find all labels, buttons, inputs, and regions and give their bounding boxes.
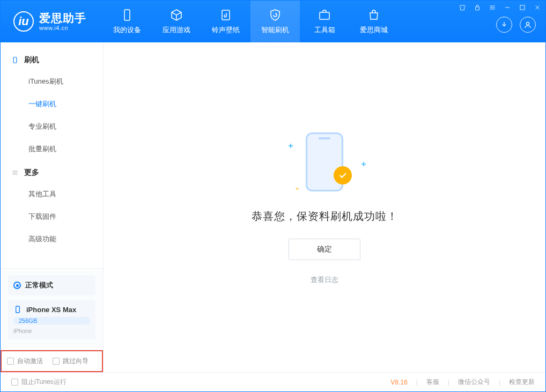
logo-icon: iu [13, 11, 34, 32]
app-title: 爱思助手 [39, 12, 86, 24]
briefcase-icon [318, 8, 331, 22]
confirm-button[interactable]: 确定 [289, 239, 360, 260]
device-storage: 256GB [13, 317, 90, 324]
sparkle-icon [296, 187, 299, 190]
logo: iu 爱思助手 www.i4.cn [1, 1, 97, 42]
sidebar-group-flash: 刷机 [1, 48, 103, 70]
sidebar-item-advanced[interactable]: 高级功能 [1, 228, 103, 250]
device-icon [11, 56, 19, 64]
tab-ringtones[interactable]: 铃声壁纸 [201, 1, 250, 42]
device-type: iPhone [13, 328, 90, 334]
separator: | [499, 379, 500, 386]
highlighted-options: 自动激活 跳过向导 [1, 350, 103, 372]
checkbox-icon [53, 358, 60, 365]
sidebar-item-pro-flash[interactable]: 专业刷机 [1, 115, 103, 138]
phone-icon [120, 8, 134, 22]
body: 刷机 iTunes刷机 一键刷机 专业刷机 批量刷机 更多 其他工具 下载固件 … [1, 42, 545, 372]
checkbox-icon [11, 379, 18, 386]
music-file-icon [219, 8, 233, 22]
check-badge-icon [334, 166, 352, 184]
list-icon [11, 169, 19, 176]
sidebar-item-batch-flash[interactable]: 批量刷机 [1, 138, 103, 160]
tab-toolbox[interactable]: 工具箱 [300, 1, 349, 42]
main-content: 恭喜您，保资料刷机成功啦！ 确定 查看日志 [104, 42, 545, 372]
svg-rect-0 [124, 10, 130, 20]
check-update-link[interactable]: 检查更新 [509, 378, 535, 387]
version-label: V8.16 [390, 379, 407, 386]
tab-label: 铃声壁纸 [212, 25, 240, 35]
sidebar-group-more: 更多 [1, 160, 103, 183]
sparkle-icon [361, 162, 366, 166]
sidebar-item-oneclick-flash[interactable]: 一键刷机 [1, 93, 103, 115]
device-mode-label: 正常模式 [25, 280, 53, 290]
tab-my-device[interactable]: 我的设备 [102, 1, 152, 42]
separator: | [448, 379, 449, 386]
sidebar-item-download-firmware[interactable]: 下载固件 [1, 205, 103, 228]
tab-smart-flash[interactable]: 智能刷机 [250, 1, 300, 42]
header: iu 爱思助手 www.i4.cn 我的设备 应用游戏 铃声壁纸 智能刷机 [1, 1, 545, 42]
checkbox-block-itunes[interactable]: 阻止iTunes运行 [11, 378, 67, 387]
wechat-link[interactable]: 微信公众号 [458, 378, 490, 387]
checkbox-label: 阻止iTunes运行 [21, 378, 67, 387]
minimize-button[interactable] [503, 3, 512, 12]
sidebar-item-other-tools[interactable]: 其他工具 [1, 183, 103, 205]
bag-icon [367, 8, 381, 22]
success-illustration [279, 130, 370, 194]
app-subtitle: www.i4.cn [39, 25, 86, 31]
window-controls [458, 3, 542, 12]
app-window: iu 爱思助手 www.i4.cn 我的设备 应用游戏 铃声壁纸 智能刷机 [0, 0, 546, 392]
mode-indicator-icon [13, 282, 21, 289]
support-link[interactable]: 客服 [426, 378, 439, 387]
menu-icon[interactable] [488, 3, 497, 12]
tab-label: 我的设备 [113, 25, 141, 35]
sidebar: 刷机 iTunes刷机 一键刷机 专业刷机 批量刷机 更多 其他工具 下载固件 … [1, 42, 104, 372]
checkbox-icon [7, 358, 14, 365]
tab-label: 智能刷机 [261, 25, 289, 35]
account-button[interactable] [520, 17, 536, 33]
success-message: 恭喜您，保资料刷机成功啦！ [252, 209, 398, 224]
sidebar-item-itunes-flash[interactable]: iTunes刷机 [1, 70, 103, 93]
device-name: iPhone XS Max [26, 306, 76, 314]
shirt-icon[interactable] [458, 3, 467, 12]
download-button[interactable] [496, 17, 512, 33]
svg-rect-2 [320, 12, 329, 19]
tab-label: 应用游戏 [163, 25, 190, 35]
tab-label: 爱思商城 [360, 25, 388, 35]
close-button[interactable] [533, 3, 542, 12]
maximize-button[interactable] [518, 3, 527, 12]
checkbox-label: 自动激活 [17, 357, 43, 366]
sparkle-icon [289, 144, 293, 148]
svg-point-3 [526, 22, 529, 25]
svg-rect-6 [13, 57, 17, 63]
tab-store[interactable]: 爱思商城 [349, 1, 399, 42]
cube-icon [169, 8, 183, 22]
tab-apps[interactable]: 应用游戏 [152, 1, 201, 42]
lock-icon[interactable] [473, 3, 482, 12]
phone-outline-icon [13, 305, 22, 314]
device-mode-card[interactable]: 正常模式 [8, 275, 95, 295]
separator: | [416, 379, 418, 386]
shield-refresh-icon [268, 8, 282, 22]
svg-rect-7 [16, 306, 20, 313]
sidebar-group-label: 更多 [24, 168, 39, 177]
view-log-link[interactable]: 查看日志 [311, 275, 338, 285]
tab-label: 工具箱 [314, 25, 335, 35]
header-actions [496, 17, 536, 33]
device-panel: 正常模式 iPhone XS Max 256GB iPhone [1, 268, 103, 350]
nav-tabs: 我的设备 应用游戏 铃声壁纸 智能刷机 工具箱 爱思商城 [102, 1, 399, 42]
device-card[interactable]: iPhone XS Max 256GB iPhone [8, 300, 95, 339]
svg-rect-4 [476, 7, 479, 10]
checkbox-skip-guide[interactable]: 跳过向导 [53, 357, 88, 366]
checkbox-auto-activate[interactable]: 自动激活 [7, 357, 43, 366]
svg-rect-1 [222, 10, 230, 20]
footer: 阻止iTunes运行 V8.16 | 客服 | 微信公众号 | 检查更新 [1, 372, 545, 391]
sidebar-group-label: 刷机 [24, 55, 39, 65]
checkbox-label: 跳过向导 [63, 357, 88, 366]
svg-rect-5 [520, 5, 525, 10]
